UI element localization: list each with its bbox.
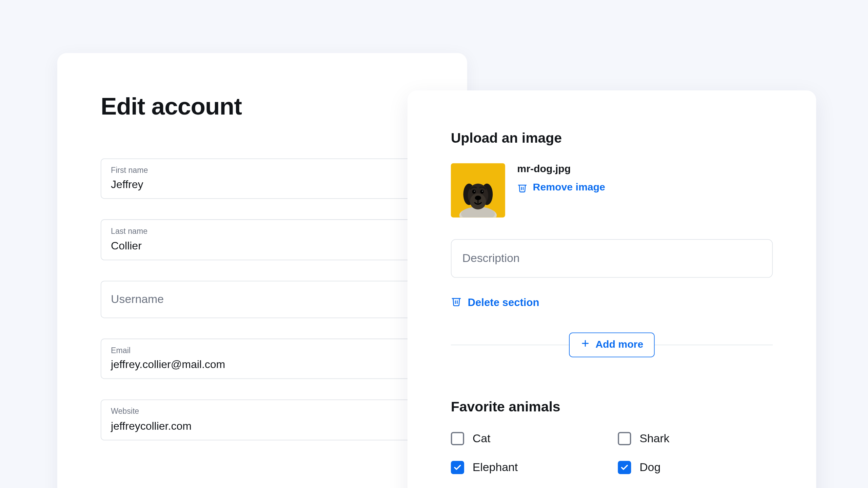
edit-account-card: Edit account First name Jeffrey Last nam…	[57, 53, 467, 488]
dog-image-icon	[456, 173, 500, 218]
first-name-field[interactable]: First name Jeffrey	[101, 159, 424, 199]
upload-row: mr-dog.jpg Remove image	[451, 163, 773, 218]
add-more-label: Add more	[595, 339, 643, 351]
upload-card: Upload an image	[408, 90, 816, 488]
description-placeholder: Description	[462, 252, 762, 265]
checkbox-label: Shark	[639, 432, 669, 445]
checkbox-shark[interactable]	[618, 432, 631, 445]
email-value: jeffrey.collier@mail.com	[111, 358, 413, 372]
file-name: mr-dog.jpg	[517, 163, 605, 176]
website-field[interactable]: Website jeffreycollier.com	[101, 400, 424, 440]
username-field[interactable]: Username	[101, 281, 424, 318]
website-value: jeffreycollier.com	[111, 419, 413, 433]
image-thumbnail[interactable]	[451, 163, 505, 218]
delete-section-label: Delete section	[468, 297, 539, 309]
upload-heading: Upload an image	[451, 130, 773, 146]
checkbox-item-dog: Dog	[618, 461, 773, 474]
trash-icon	[517, 182, 527, 192]
svg-point-7	[480, 190, 484, 194]
email-label: Email	[111, 345, 413, 356]
checkbox-label: Elephant	[473, 461, 518, 474]
last-name-value: Collier	[111, 238, 413, 253]
svg-point-6	[472, 190, 476, 194]
first-name-label: First name	[111, 165, 413, 176]
checkbox-cat[interactable]	[451, 432, 464, 445]
checkbox-label: Dog	[639, 461, 660, 474]
last-name-label: Last name	[111, 226, 413, 237]
svg-point-9	[482, 190, 483, 191]
last-name-field[interactable]: Last name Collier	[101, 220, 424, 260]
delete-section-button[interactable]: Delete section	[451, 296, 539, 310]
checkbox-item-shark: Shark	[618, 432, 773, 445]
email-field[interactable]: Email jeffrey.collier@mail.com	[101, 339, 424, 379]
description-field[interactable]: Description	[451, 239, 773, 278]
check-icon	[620, 463, 629, 472]
favorites-heading: Favorite animals	[451, 399, 773, 415]
svg-point-8	[474, 190, 475, 191]
checkbox-item-cat: Cat	[451, 432, 606, 445]
remove-image-label: Remove image	[533, 181, 605, 194]
check-icon	[453, 463, 462, 472]
first-name-value: Jeffrey	[111, 177, 413, 192]
website-label: Website	[111, 406, 413, 417]
favorites-grid: Cat Shark Elephant	[451, 432, 773, 474]
plus-icon	[580, 338, 590, 351]
trash-icon	[451, 296, 462, 310]
svg-point-10	[475, 196, 481, 200]
remove-image-button[interactable]: Remove image	[517, 181, 605, 194]
checkbox-elephant[interactable]	[451, 461, 464, 474]
upload-info: mr-dog.jpg Remove image	[517, 163, 605, 194]
add-more-button[interactable]: Add more	[569, 332, 655, 357]
checkbox-item-elephant: Elephant	[451, 461, 606, 474]
checkbox-dog[interactable]	[618, 461, 631, 474]
checkbox-label: Cat	[473, 432, 491, 445]
add-more-divider: Add more	[451, 332, 773, 357]
username-placeholder: Username	[111, 293, 413, 306]
page-title: Edit account	[101, 93, 424, 120]
